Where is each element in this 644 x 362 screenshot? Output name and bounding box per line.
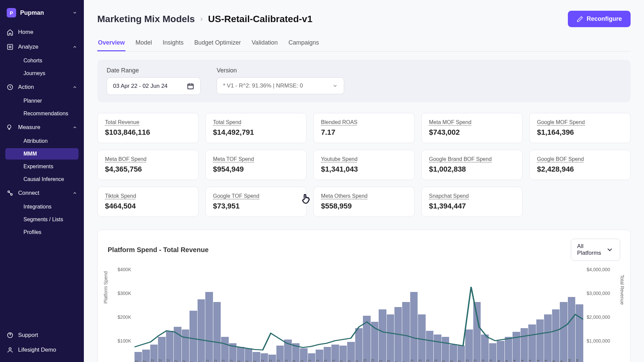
analyze-icon [7, 44, 13, 50]
date-range-input[interactable]: 03 Apr 22 - 02 Jun 24 [107, 77, 201, 95]
y-tick: $2,000,000 [587, 314, 610, 320]
tab-insights[interactable]: Insights [162, 35, 184, 51]
kpi-label: Total Spend [213, 119, 299, 125]
svg-point-5 [9, 348, 11, 350]
nav-connect-label: Connect [18, 190, 68, 196]
kpi-label: Meta BOF Spend [105, 156, 191, 162]
nav-sub-planner[interactable]: Planner [5, 95, 78, 107]
chart-card: Platform Spend - Total Revenue All Platf… [97, 230, 631, 362]
kpi-label: Youtube Spend [321, 156, 407, 162]
tab-campaigns[interactable]: Campaigns [288, 35, 320, 51]
org-name: Pupman [20, 9, 68, 16]
svg-rect-0 [8, 45, 13, 50]
version-value: * V1 - R^2: 91.36% | NRMSE: 0 [223, 82, 303, 89]
nav-user-label: Lifesight Demo [18, 347, 77, 353]
kpi-label: Blended ROAS [321, 119, 407, 125]
action-icon [7, 84, 13, 90]
tab-overview[interactable]: Overview [97, 35, 125, 51]
kpi-label: Tiktok Spend [105, 193, 191, 199]
filter-version-label: Version [217, 67, 344, 74]
pencil-icon [577, 16, 583, 22]
kpi-card[interactable]: Meta BOF Spend$4,365,756 [97, 150, 199, 180]
reconfigure-button[interactable]: Reconfigure [568, 11, 631, 27]
y-tick: $300K [118, 291, 131, 296]
filter-version-group: Version * V1 - R^2: 91.36% | NRMSE: 0 [217, 67, 344, 95]
plot-area[interactable] [135, 267, 583, 362]
y-tick: $3,000,000 [587, 291, 610, 296]
chevron-up-icon [72, 45, 77, 49]
kpi-label: Google BOF Spend [537, 156, 623, 162]
nav-sub-cohorts[interactable]: Cohorts [5, 55, 78, 66]
nav-support[interactable]: Support [0, 328, 84, 343]
kpi-value: $558,959 [321, 202, 407, 210]
kpi-card[interactable]: Tiktok Spend$464,504 [97, 187, 199, 217]
nav-sub-recommendations[interactable]: Recommendations [5, 108, 78, 119]
home-icon [7, 29, 13, 36]
svg-rect-6 [188, 84, 194, 89]
org-logo: P [7, 8, 16, 17]
kpi-card[interactable]: Blended ROAS7.17 [313, 113, 415, 143]
nav-sub-journeys[interactable]: Journeys [5, 68, 78, 79]
calendar-icon [187, 82, 194, 90]
kpi-label: Google TOF Spend [213, 193, 299, 199]
kpi-card[interactable]: Google Brand BOF Spend$1,002,838 [421, 150, 523, 180]
nav-sub-mmm[interactable]: MMM [5, 148, 78, 160]
chevron-up-icon [72, 125, 77, 130]
nav-sub-experiments[interactable]: Experiments [5, 161, 78, 172]
kpi-card[interactable]: Google MOF Spend$1,164,396 [529, 113, 631, 143]
nav-user[interactable]: Lifesight Demo [0, 343, 84, 357]
kpi-label: Meta MOF Spend [429, 119, 515, 125]
org-switcher[interactable]: P Pupman [0, 5, 84, 25]
nav-sub-integrations[interactable]: Integrations [5, 201, 78, 213]
filter-bar: Date Range 03 Apr 22 - 02 Jun 24 Version… [97, 60, 631, 102]
date-range-value: 03 Apr 22 - 02 Jun 24 [113, 83, 168, 89]
platform-select[interactable]: All Platforms [571, 239, 620, 261]
kpi-label: Total Revenue [105, 119, 191, 125]
kpi-card[interactable]: Snapchat Spend$1,394,447 [421, 187, 523, 217]
nav-home-label: Home [18, 29, 77, 36]
tab-model[interactable]: Model [135, 35, 153, 51]
chevron-down-icon [72, 10, 77, 15]
nav-sub-causal[interactable]: Causal Inference [5, 174, 78, 185]
kpi-card[interactable]: Google BOF Spend$2,428,946 [529, 150, 631, 180]
version-select[interactable]: * V1 - R^2: 91.36% | NRMSE: 0 [217, 77, 344, 94]
y-axis-right: Total Revenue $4,000,000$3,000,000$2,000… [583, 267, 620, 362]
connect-icon [7, 190, 13, 196]
nav-measure-label: Measure [18, 124, 68, 131]
nav-sub-attribution[interactable]: Attribution [5, 135, 78, 147]
y-tick: $100K [118, 338, 131, 344]
kpi-label: Google Brand BOF Spend [429, 156, 515, 162]
main-content: Marketing Mix Models › US-Retail-Calibra… [84, 0, 644, 362]
kpi-card[interactable]: Google TOF Spend$73,951 [205, 187, 307, 217]
kpi-card[interactable]: Total Revenue$103,846,116 [97, 113, 199, 143]
chevron-down-icon [606, 246, 614, 254]
nav-measure[interactable]: Measure [0, 120, 84, 135]
kpi-value: $14,492,791 [213, 128, 299, 137]
breadcrumb-root[interactable]: Marketing Mix Models [97, 14, 195, 24]
y-tick: $200K [118, 314, 131, 320]
kpi-value: $73,951 [213, 202, 299, 210]
nav-sub-segments[interactable]: Segments / Lists [5, 214, 78, 225]
chart-title: Platform Spend - Total Revenue [108, 246, 209, 254]
tab-validation[interactable]: Validation [251, 35, 278, 51]
kpi-card[interactable]: Meta MOF Spend$743,002 [421, 113, 523, 143]
support-icon [7, 332, 13, 339]
kpi-card[interactable]: Total Spend$14,492,791 [205, 113, 307, 143]
kpi-card[interactable]: Meta Others Spend$558,959 [313, 187, 415, 217]
nav-sub-profiles[interactable]: Profiles [5, 227, 78, 238]
chart-line [135, 267, 583, 362]
kpi-label: Meta Others Spend [321, 193, 407, 199]
page-header: Marketing Mix Models › US-Retail-Calibra… [97, 11, 631, 27]
chevron-down-icon [332, 83, 338, 88]
y-tick: $1,000,000 [587, 338, 610, 344]
nav-connect[interactable]: Connect [0, 186, 84, 200]
kpi-value: $743,002 [429, 128, 515, 137]
nav-analyze[interactable]: Analyze [0, 40, 84, 54]
kpi-card[interactable]: Meta TOF Spend$954,949 [205, 150, 307, 180]
nav-home[interactable]: Home [0, 25, 84, 40]
breadcrumb-leaf: US-Retail-Calibrated-v1 [208, 14, 312, 24]
tab-budget-optimizer[interactable]: Budget Optimizer [194, 35, 241, 51]
kpi-value: $4,365,756 [105, 165, 191, 174]
nav-action[interactable]: Action [0, 80, 84, 95]
kpi-card[interactable]: Youtube Spend$1,341,043 [313, 150, 415, 180]
